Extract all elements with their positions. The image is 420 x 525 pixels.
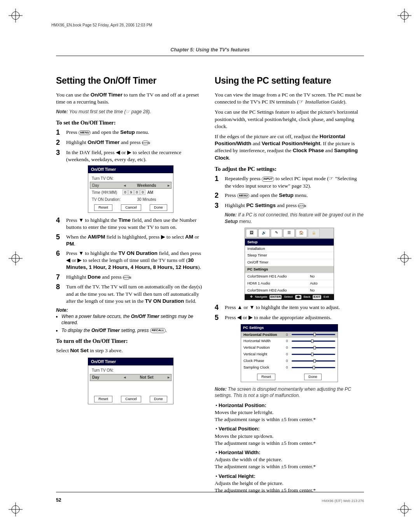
osd-setup-menu: 🖼 🔊 ✎ ☰ 🏠 🔒 Setup Installation Sleep Tim…: [245, 228, 334, 300]
step: 5 When the AM/PM field is highlighted, p…: [56, 234, 205, 248]
osd-done-button: Done: [150, 396, 167, 402]
recall-button-icon: RECALL: [150, 328, 166, 333]
step: 4 Press ▼ to highlight the Time field, a…: [56, 217, 205, 231]
step: 7 Highlight Done and press ENTER.: [56, 274, 205, 281]
proc-heading-set-timer: To set the On/Off Timer:: [56, 119, 205, 127]
pc-para-2: You can use the PC Settings feature to a…: [215, 109, 364, 130]
pc-note-1: Note: If a PC is not connected, this fea…: [225, 212, 364, 224]
step: 5 Press ◀ or ▶ to make the appropriate a…: [215, 314, 364, 322]
left-arrow-icon: ◀: [123, 376, 126, 379]
osd-legend: ✥Navigate ENTERSelect ◀▶Back EXITExit: [245, 294, 334, 300]
step: 3 Highlight PC Settings and press ENTER.: [215, 202, 364, 210]
crop-mark-icon: [9, 251, 23, 265]
osd-pc-settings: PC Settings Horizontal Position0 Horizon…: [241, 324, 338, 383]
pc-para-3: If the edges of the picture are cut off,…: [215, 133, 364, 162]
osd-onoff-timer: On/Off Timer Turn TV ON: Day ◀ Weekends …: [88, 165, 173, 213]
footer-rule: [56, 492, 364, 492]
doc-header: HMX96_EN.book Page 52 Friday, April 28, …: [51, 23, 152, 28]
tab-apps-icon: ✎: [271, 229, 282, 237]
step: 1 Press MENU and open the Setup menu.: [56, 129, 205, 137]
crop-mark-icon: [397, 502, 411, 516]
osd-reset-button: Reset: [94, 396, 112, 402]
menu-button-icon: MENU: [79, 130, 91, 135]
section-title-left: Setting the On/Off Timer: [56, 75, 205, 87]
osd-row-time: Time (HH:MM) 0 9 0 0 AM: [90, 189, 172, 196]
proc-heading-pc: To adjust the PC settings:: [215, 165, 364, 173]
column-left: Setting the On/Off Timer You can use the…: [56, 75, 205, 496]
footer-id: HMX96 (E/F) Web 213:276: [322, 499, 364, 503]
crop-mark-icon: [397, 9, 411, 23]
tab-lock-icon: 🔒: [308, 229, 320, 237]
step: 1 Repeatedly press INPUT to select PC in…: [215, 175, 364, 189]
osd-done-button: Done: [304, 374, 322, 380]
osd-cancel-button: Cancel: [121, 396, 141, 402]
pc-note-2: Note: The screen is disrupted momentaril…: [215, 386, 364, 399]
left-arrow-icon: ◀: [123, 184, 126, 187]
osd-row-duration: TV ON Duration: 30 Minutes: [90, 196, 172, 203]
step: 8 Turn off the TV. The TV will turn on a…: [56, 283, 205, 305]
osd-onoff-timer-notset: On/Off Timer Turn TV ON: Day ◀ Not Set ▶…: [88, 358, 173, 404]
chapter-header: Chapter 5: Using the TV's features: [56, 47, 364, 56]
osd-row-pc-settings: PC Settings: [245, 266, 334, 273]
menu-button-icon: MENU: [237, 193, 250, 198]
column-right: Using the PC setting feature You can vie…: [215, 75, 364, 496]
turn-off-text: Select Not Set in step 3 above.: [56, 347, 205, 354]
crop-mark-icon: [9, 502, 23, 516]
osd-title: On/Off Timer: [88, 165, 173, 173]
pc-para-1: You can view the image from a PC on the …: [215, 91, 364, 105]
crop-mark-icon: [9, 9, 23, 23]
note-set-time: Note: You must first set the time (☞ pag…: [56, 109, 205, 115]
osd-cancel-button: Cancel: [121, 204, 141, 211]
step: 6 Press ▼ to highlight the TV ON Duratio…: [56, 250, 205, 271]
intro-para: You can use the On/Off Timer to turn the…: [56, 91, 205, 105]
right-arrow-icon: ▶: [167, 184, 170, 187]
osd-done-button: Done: [150, 204, 167, 211]
tab-pref-icon: ☰: [283, 229, 295, 237]
osd-reset-button: Reset: [257, 374, 275, 380]
tab-picture-icon: 🖼: [246, 229, 257, 237]
desc-list: • Horizontal Position: Moves the picture…: [215, 402, 364, 494]
tab-audio-icon: 🔊: [258, 229, 270, 237]
section-title-right: Using the PC setting feature: [215, 75, 364, 87]
step: 2 Highlight On/Off Timer and press ENTER…: [56, 139, 205, 147]
enter-button-icon: ENTER: [142, 140, 149, 145]
step: 2 Press MENU and open the Setup menu.: [215, 192, 364, 200]
step: 3 In the DAY field, press ◀ or ▶ to sele…: [56, 149, 205, 163]
tab-setup-icon: 🏠: [296, 229, 307, 237]
note-block: Note: When a power failure occurs, the O…: [56, 307, 205, 334]
proc-heading-turn-off: To turn off the On/Off Timer:: [56, 337, 205, 345]
enter-button-icon: ENTER: [298, 204, 305, 208]
osd-reset-button: Reset: [94, 204, 112, 211]
input-button-icon: INPUT: [262, 177, 274, 181]
page-number: 52: [56, 497, 61, 503]
crop-mark-icon: [397, 251, 411, 265]
dpad-icon: ✥: [250, 295, 253, 299]
step: 4 Press ▲ or ▼ to highlight the item you…: [215, 304, 364, 312]
osd-row-day: Day ◀ Weekends ▶: [90, 182, 172, 189]
right-arrow-icon: ▶: [167, 376, 170, 379]
enter-button-icon: ENTER: [123, 275, 130, 280]
